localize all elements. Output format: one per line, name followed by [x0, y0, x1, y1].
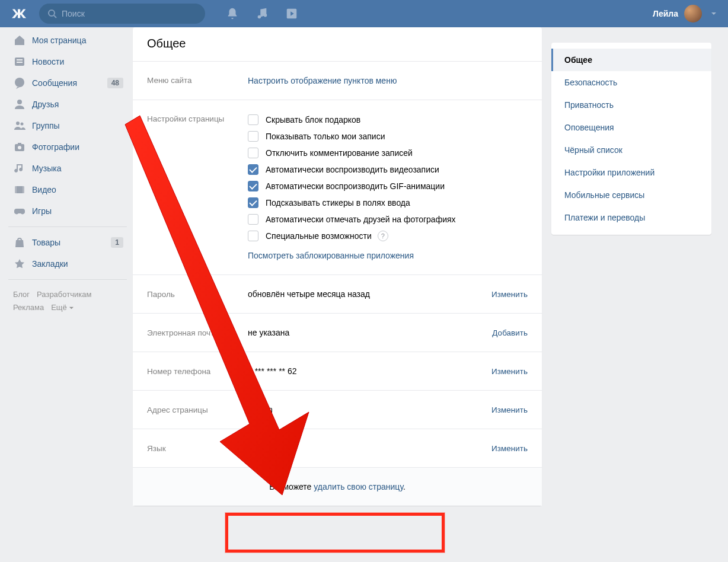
search-box[interactable]	[39, 4, 205, 24]
checkbox[interactable]	[248, 148, 258, 158]
footer-dev[interactable]: Разработчикам	[37, 288, 91, 301]
header-icons	[226, 7, 298, 20]
section-site-menu: Меню сайта Настроить отображение пунктов…	[133, 61, 542, 100]
sidebar-separator	[8, 279, 127, 280]
vk-logo-icon[interactable]	[11, 8, 31, 20]
user-menu[interactable]: Лейла	[653, 5, 717, 23]
sidebar-label: Товары	[32, 238, 60, 247]
sidebar-label: Новости	[32, 57, 64, 66]
settings-tab[interactable]: Мобильные сервисы	[551, 184, 711, 206]
checkbox-row[interactable]: Подсказывать стикеры в полях ввода	[248, 197, 528, 208]
section-url: Адрес страницы h .com Изменить	[133, 390, 542, 429]
avatar	[684, 5, 702, 23]
svg-point-7	[15, 78, 24, 87]
search-input[interactable]	[62, 9, 197, 18]
section-label: Электронная почта	[147, 328, 248, 337]
delete-footer: Вы можете удалить свою страницу.	[133, 467, 542, 506]
sidebar-item-market[interactable]: Товары1	[8, 232, 127, 253]
settings-tab[interactable]: Общее	[551, 49, 711, 71]
svg-rect-5	[17, 59, 23, 60]
sidebar-item-mypage[interactable]: Моя страница	[8, 30, 127, 51]
sidebar-label: Сообщения	[32, 78, 77, 88]
note-icon	[13, 162, 26, 175]
annotation-highlight	[225, 513, 445, 553]
sidebar-label: Фотографии	[32, 142, 79, 152]
username: Лейла	[653, 9, 678, 18]
messages-badge: 48	[107, 78, 123, 88]
password-value: обновлён четыре месяца назад	[248, 289, 491, 299]
checkbox-row[interactable]: Отключить комментирование записей	[248, 148, 528, 158]
sidebar-item-video[interactable]: Видео	[8, 179, 127, 200]
sidebar-item-music[interactable]: Музыка	[8, 158, 127, 179]
checkbox-row[interactable]: Специальные возможности?	[248, 231, 528, 241]
sidebar-item-news[interactable]: Новости	[8, 51, 127, 72]
settings-tab[interactable]: Оповещения	[551, 116, 711, 139]
settings-tab[interactable]: Платежи и переводы	[551, 206, 711, 229]
footer-ads[interactable]: Реклама	[13, 301, 44, 314]
checkbox[interactable]	[248, 164, 258, 175]
checkbox-row[interactable]: Автоматически воспроизводить GIF-анимаци…	[248, 181, 528, 191]
checkbox-label: Показывать только мои записи	[266, 132, 385, 141]
sidebar-label: Игры	[32, 206, 52, 216]
delete-page-link[interactable]: удалить свою страницу	[314, 482, 403, 491]
sidebar-item-photos[interactable]: Фотографии	[8, 136, 127, 158]
section-label: Номер телефона	[147, 367, 248, 376]
checkbox[interactable]	[248, 214, 258, 225]
checkbox-row[interactable]: Показывать только мои записи	[248, 131, 528, 142]
sidebar-item-bookmarks[interactable]: Закладки	[8, 253, 127, 274]
checkbox[interactable]	[248, 197, 258, 208]
sidebar-item-messages[interactable]: Сообщения48	[8, 72, 127, 94]
search-icon	[47, 9, 57, 18]
music-icon[interactable]	[256, 7, 269, 20]
bell-icon[interactable]	[226, 7, 239, 20]
url-change[interactable]: Изменить	[491, 405, 528, 414]
settings-tab[interactable]: Настройки приложений	[551, 161, 711, 184]
checkbox[interactable]	[248, 131, 258, 142]
settings-tab[interactable]: Безопасность	[551, 71, 711, 94]
password-change[interactable]: Изменить	[491, 290, 528, 299]
sidebar-label: Видео	[32, 185, 56, 194]
footer-more[interactable]: Ещё	[51, 301, 74, 314]
checkbox-row[interactable]: Автоматически воспроизводить видеозаписи	[248, 164, 528, 175]
bag-icon	[13, 236, 26, 249]
footer-blog[interactable]: Блог	[13, 288, 30, 301]
svg-point-8	[17, 100, 22, 104]
sidebar-label: Закладки	[32, 259, 68, 269]
svg-point-1	[258, 15, 261, 19]
play-icon[interactable]	[285, 7, 298, 20]
checkbox-label: Отключить комментирование записей	[266, 148, 413, 158]
help-icon[interactable]: ?	[378, 231, 388, 241]
blocked-apps-link[interactable]: Посмотреть заблокированные приложения	[248, 251, 528, 260]
sidebar-item-friends[interactable]: Друзья	[8, 94, 127, 115]
checkbox-label: Автоматически отмечать друзей на фотогра…	[266, 215, 456, 224]
checkbox-row[interactable]: Автоматически отмечать друзей на фотогра…	[248, 214, 528, 225]
settings-tabs: ОбщееБезопасностьПриватностьОповещенияЧё…	[551, 43, 711, 235]
page-title: Общее	[133, 27, 542, 61]
svg-rect-15	[15, 186, 17, 193]
checkbox[interactable]	[248, 231, 258, 241]
checkbox[interactable]	[248, 181, 258, 191]
section-label: Меню сайта	[147, 76, 248, 85]
section-label: Настройки страницы	[147, 114, 248, 260]
sidebar-label: Моя страница	[32, 36, 86, 45]
svg-point-9	[16, 122, 20, 125]
phone-change[interactable]: Изменить	[491, 367, 528, 376]
section-language: Язык Русский Изменить	[133, 429, 542, 467]
email-value: не указана	[248, 328, 492, 337]
email-add[interactable]: Добавить	[492, 328, 528, 337]
sidebar-item-games[interactable]: Игры	[8, 200, 127, 222]
section-label: Пароль	[147, 290, 248, 299]
checkbox-row[interactable]: Скрывать блок подарков	[248, 114, 528, 125]
sidebar-item-groups[interactable]: Группы	[8, 115, 127, 136]
checkbox[interactable]	[248, 114, 258, 125]
sidebar: Моя страница Новости Сообщения48 Друзья …	[8, 27, 127, 506]
svg-point-0	[49, 10, 55, 16]
lang-change[interactable]: Изменить	[491, 444, 528, 453]
settings-tab[interactable]: Чёрный список	[551, 139, 711, 161]
lang-value: Русский	[248, 443, 491, 453]
settings-tab[interactable]: Приватность	[551, 94, 711, 116]
groups-icon	[13, 119, 26, 132]
configure-menu-link[interactable]: Настроить отображение пунктов меню	[248, 76, 397, 85]
svg-rect-13	[18, 143, 21, 145]
svg-rect-16	[23, 186, 24, 193]
